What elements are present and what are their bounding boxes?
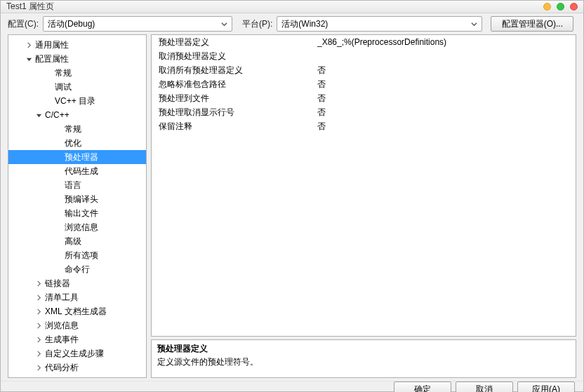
chevron-right-icon[interactable] [35, 294, 43, 302]
ok-button[interactable]: 确定 [394, 381, 451, 392]
chevron-right-icon[interactable] [35, 280, 43, 288]
property-value[interactable]: 否 [314, 65, 576, 76]
tree-item[interactable]: 调试 [8, 80, 146, 94]
expander-placeholder [55, 196, 62, 203]
property-value[interactable]: 否 [314, 121, 576, 133]
right-pane: 预处理器定义_X86_;%(PreprocessorDefinitions)取消… [151, 34, 576, 378]
tree-item[interactable]: 浏览信息 [8, 220, 146, 234]
tree-item-label: 浏览信息 [65, 222, 98, 234]
dialog-footer: 确定 取消 应用(A) [1, 381, 583, 392]
tree-item[interactable]: 链接器 [8, 276, 146, 290]
property-name: 预处理取消显示行号 [152, 107, 314, 119]
tree-item[interactable]: 输出文件 [8, 206, 146, 220]
expander-placeholder [45, 83, 53, 91]
tree-item[interactable]: 清单工具 [8, 290, 146, 304]
minimize-icon[interactable] [543, 3, 551, 11]
property-value[interactable]: 否 [314, 93, 576, 104]
tree-item[interactable]: 优化 [8, 136, 146, 150]
property-row[interactable]: 忽略标准包含路径否 [152, 77, 576, 91]
tree-item[interactable]: 高级 [8, 234, 146, 248]
property-row[interactable]: 预处理到文件否 [152, 91, 576, 105]
tree-item[interactable]: 代码分析 [8, 360, 146, 374]
chevron-right-icon[interactable] [35, 308, 43, 316]
description-text: 定义源文件的预处理符号。 [157, 356, 570, 368]
tree-item-label: VC++ 目录 [55, 95, 95, 107]
expander-placeholder [55, 182, 62, 189]
tree-item-label: 所有选项 [65, 250, 98, 262]
tree-item[interactable]: 代码生成 [8, 164, 146, 178]
property-name: 取消预处理器定义 [152, 50, 314, 62]
expander-placeholder [45, 69, 53, 77]
apply-button[interactable]: 应用(A) [517, 381, 575, 392]
description-title: 预处理器定义 [157, 343, 570, 355]
configuration-manager-button[interactable]: 配置管理器(O)... [491, 16, 573, 32]
tree-item-label: 链接器 [45, 278, 70, 290]
property-value[interactable]: _X86_;%(PreprocessorDefinitions) [314, 37, 576, 47]
tree-item[interactable]: 语言 [8, 178, 146, 192]
expander-placeholder [45, 97, 53, 105]
tree-item-label: 代码分析 [45, 362, 79, 374]
tree-item[interactable]: 常规 [8, 122, 146, 136]
property-row[interactable]: 取消预处理器定义 [152, 49, 576, 63]
chevron-right-icon[interactable] [35, 322, 43, 330]
cancel-button[interactable]: 取消 [456, 381, 513, 392]
property-name: 忽略标准包含路径 [152, 79, 314, 90]
tree-item-label: 调试 [55, 81, 72, 93]
config-dropdown[interactable]: 活动(Debug) [43, 16, 232, 32]
tree-item[interactable]: XML 文档生成器 [8, 304, 146, 318]
tree-item-label: 命令行 [65, 264, 90, 276]
chevron-down-icon[interactable] [35, 111, 43, 119]
property-row[interactable]: 预处理器定义_X86_;%(PreprocessorDefinitions) [152, 35, 576, 49]
expander-placeholder [55, 238, 62, 245]
expander-placeholder [55, 210, 62, 217]
tree-item-label: 高级 [65, 236, 81, 248]
chevron-right-icon[interactable] [25, 41, 33, 49]
close-icon[interactable] [570, 3, 578, 11]
property-value[interactable]: 否 [314, 107, 576, 119]
tree-item-label: 通用属性 [35, 39, 69, 51]
tree-item-label: 预处理器 [65, 151, 98, 163]
tree-item[interactable]: 所有选项 [8, 248, 146, 262]
chevron-down-icon [219, 19, 230, 29]
tree-item-label: 常规 [55, 67, 72, 79]
tree-item[interactable]: 预处理器 [8, 150, 146, 164]
config-toolbar: 配置(C): 活动(Debug) 平台(P): 活动(Win32) 配置管理器(… [1, 13, 583, 34]
tree-item-label: 浏览信息 [45, 320, 79, 332]
tree-item[interactable]: 配置属性 [8, 52, 146, 66]
property-grid[interactable]: 预处理器定义_X86_;%(PreprocessorDefinitions)取消… [151, 34, 576, 337]
chevron-right-icon[interactable] [35, 364, 43, 372]
tree-item-label: 代码生成 [65, 165, 98, 177]
tree-item-label: 配置属性 [35, 53, 69, 65]
chevron-right-icon[interactable] [35, 336, 43, 344]
window-controls [543, 3, 578, 11]
nav-tree[interactable]: 通用属性配置属性常规调试VC++ 目录C/C++常规优化预处理器代码生成语言预编… [8, 34, 147, 378]
expander-placeholder [55, 126, 62, 133]
tree-item-label: 优化 [65, 137, 81, 149]
tree-item-label: 自定义生成步骤 [45, 348, 104, 360]
tree-item[interactable]: 命令行 [8, 262, 146, 276]
expander-placeholder [55, 266, 62, 273]
tree-item[interactable]: 浏览信息 [8, 318, 146, 332]
platform-label: 平台(P): [242, 18, 272, 30]
tree-item[interactable]: 自定义生成步骤 [8, 346, 146, 360]
tree-item[interactable]: C/C++ [8, 108, 146, 122]
tree-item[interactable]: 生成事件 [8, 332, 146, 346]
expander-placeholder [55, 168, 62, 175]
expander-placeholder [55, 252, 62, 259]
window-title: Test1 属性页 [6, 1, 543, 13]
tree-item[interactable]: 通用属性 [8, 38, 146, 52]
property-row[interactable]: 预处理取消显示行号否 [152, 105, 576, 119]
property-name: 保留注释 [152, 121, 314, 133]
chevron-down-icon[interactable] [25, 55, 33, 63]
tree-item-label: 预编译头 [65, 194, 98, 205]
property-row[interactable]: 保留注释否 [152, 119, 576, 133]
chevron-right-icon[interactable] [35, 350, 43, 358]
tree-item[interactable]: 常规 [8, 66, 146, 80]
platform-dropdown[interactable]: 活动(Win32) [277, 16, 482, 32]
property-row[interactable]: 取消所有预处理器定义否 [152, 63, 576, 77]
maximize-icon[interactable] [557, 3, 564, 11]
tree-item[interactable]: VC++ 目录 [8, 94, 146, 108]
property-value[interactable]: 否 [314, 79, 576, 90]
tree-item-label: 常规 [65, 123, 81, 135]
tree-item[interactable]: 预编译头 [8, 192, 146, 206]
